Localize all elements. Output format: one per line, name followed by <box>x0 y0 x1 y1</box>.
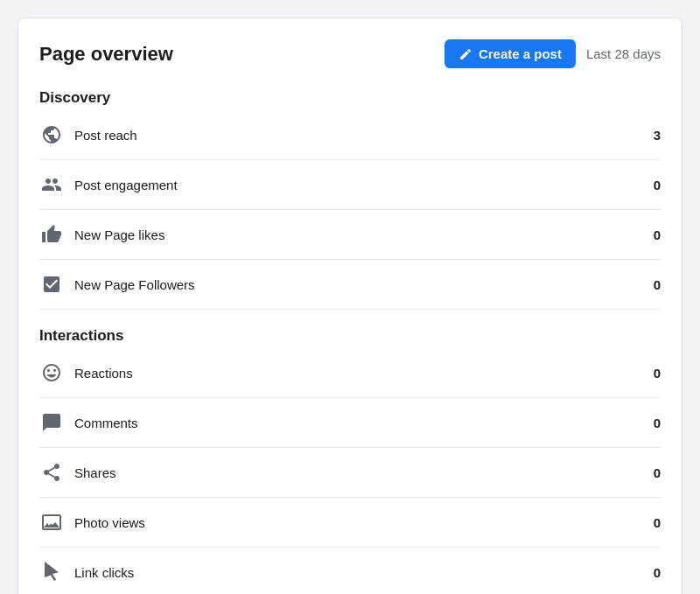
create-post-button[interactable]: Create a post <box>444 39 576 68</box>
globe-icon <box>39 122 64 147</box>
post-reach-value: 3 <box>654 128 661 143</box>
photo-icon <box>39 510 64 535</box>
metric-left: Shares <box>39 460 116 485</box>
comment-icon <box>39 410 64 435</box>
shares-label: Shares <box>74 465 116 480</box>
discovery-section-title: Discovery <box>39 89 661 107</box>
discovery-metrics-list: Post reach 3 Post engagement 0 <box>39 110 661 310</box>
metric-left: New Page likes <box>39 222 164 247</box>
photo-views-label: Photo views <box>74 515 145 530</box>
header-actions: Create a post Last 28 days <box>444 39 661 68</box>
link-clicks-value: 0 <box>654 565 661 580</box>
metric-row-link-clicks[interactable]: Link clicks 0 <box>39 548 661 594</box>
shares-value: 0 <box>654 465 661 480</box>
comments-label: Comments <box>74 416 138 430</box>
new-page-likes-label: New Page likes <box>74 227 164 242</box>
metric-left: Post reach <box>39 122 137 147</box>
metric-left: Link clicks <box>39 560 134 584</box>
discovery-section: Discovery Post reach 3 <box>39 89 661 310</box>
link-clicks-label: Link clicks <box>74 565 134 580</box>
page-overview-card: Page overview Create a post Last 28 days… <box>18 17 682 594</box>
cursor-icon <box>39 560 64 584</box>
checkmark-follow-icon <box>39 272 64 297</box>
metric-row-new-page-likes[interactable]: New Page likes 0 <box>39 210 661 260</box>
interactions-metrics-list: Reactions 0 Comments 0 <box>39 348 661 594</box>
edit-icon <box>458 47 472 61</box>
post-engagement-label: Post engagement <box>74 178 178 192</box>
metric-left: New Page Followers <box>39 272 195 297</box>
metric-row-post-reach[interactable]: Post reach 3 <box>39 110 661 160</box>
interactions-section: Interactions Reactions 0 <box>39 327 661 594</box>
reactions-value: 0 <box>654 366 661 381</box>
post-reach-label: Post reach <box>74 128 137 143</box>
new-page-followers-label: New Page Followers <box>74 277 195 292</box>
metric-row-post-engagement[interactable]: Post engagement 0 <box>39 160 661 210</box>
reactions-label: Reactions <box>74 366 133 381</box>
metric-left: Post engagement <box>39 172 178 197</box>
thumbsup-icon <box>39 222 64 247</box>
create-post-label: Create a post <box>479 46 562 61</box>
photo-views-value: 0 <box>654 515 661 530</box>
people-icon <box>39 172 64 197</box>
post-engagement-value: 0 <box>654 178 661 192</box>
interactions-section-title: Interactions <box>39 327 661 345</box>
emoji-icon <box>39 360 64 385</box>
metric-left: Comments <box>39 410 138 435</box>
metric-row-reactions[interactable]: Reactions 0 <box>39 348 661 398</box>
new-page-followers-value: 0 <box>654 277 661 292</box>
card-header: Page overview Create a post Last 28 days <box>39 39 661 68</box>
metric-row-comments[interactable]: Comments 0 <box>39 398 661 448</box>
page-title: Page overview <box>39 43 173 66</box>
comments-value: 0 <box>654 416 661 430</box>
new-page-likes-value: 0 <box>654 227 661 242</box>
metric-left: Photo views <box>39 510 145 535</box>
metric-row-shares[interactable]: Shares 0 <box>39 448 661 498</box>
date-range-label: Last 28 days <box>586 46 661 61</box>
metric-row-photo-views[interactable]: Photo views 0 <box>39 498 661 548</box>
metric-row-new-page-followers[interactable]: New Page Followers 0 <box>39 260 661 310</box>
share-icon <box>39 460 64 485</box>
metric-left: Reactions <box>39 360 133 385</box>
